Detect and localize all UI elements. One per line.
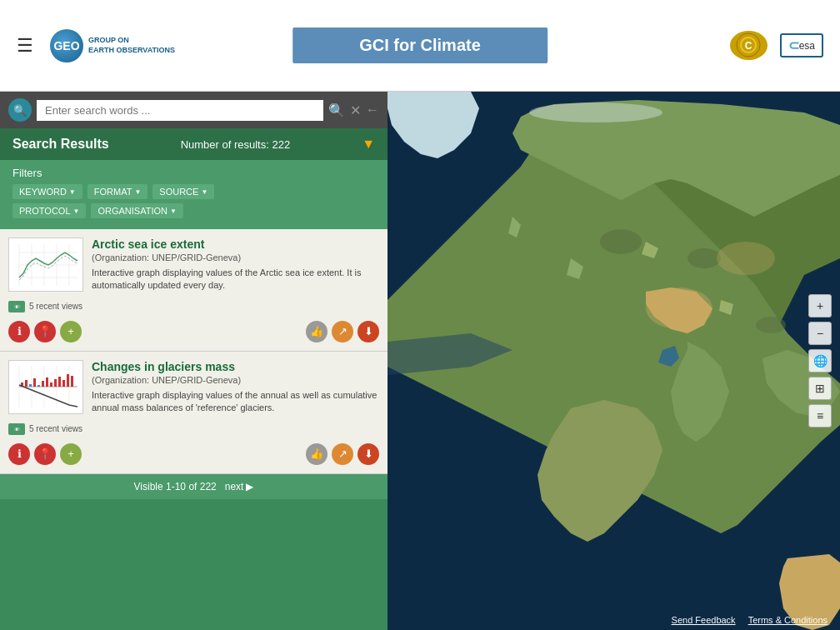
glaciers-info: Changes in glaciers mass (Organization: … (92, 360, 379, 415)
svg-rect-25 (38, 385, 40, 387)
svg-rect-29 (54, 379, 57, 387)
search-bar: 🔍 🔍 ✕ ← (0, 92, 388, 128)
result-item-glaciers: Changes in glaciers mass (Organization: … (0, 352, 388, 474)
glaciers-actions-right: 👍 ↗ ⬇ (306, 443, 379, 465)
result-item-arctic-header: Arctic sea ice extent (Organization: UNE… (8, 238, 379, 292)
glaciers-download-btn[interactable]: ⬇ (358, 443, 379, 465)
geo-logo-circle: GEO (50, 29, 83, 62)
pagination-bar: Visible 1-10 of 222 next ▶ (0, 474, 388, 499)
search-submit-icon[interactable]: 🔍 (328, 102, 345, 118)
right-logos: C ⊂ esa (730, 31, 823, 60)
filter-source[interactable]: SOURCE ▼ (152, 184, 214, 199)
results-list: Arctic sea ice extent (Organization: UNE… (0, 229, 388, 474)
glaciers-title: Changes in glaciers mass (92, 360, 379, 373)
app-title: GCI for Climate (292, 28, 548, 63)
map-background: + − 🌐 ⊞ ≡ Send Feedback Terms & Conditio… (388, 92, 840, 630)
arctic-views: 👁 5 recent views (8, 301, 379, 312)
arctic-org: (Organization: UNEP/GRID-Geneva) (92, 252, 379, 262)
send-feedback-link[interactable]: Send Feedback (672, 615, 736, 625)
svg-text:C: C (744, 40, 752, 52)
glaciers-org: (Organization: UNEP/GRID-Geneva) (92, 375, 379, 385)
layers2-btn[interactable]: ≡ (808, 404, 832, 428)
filter-keyword[interactable]: KEYWORD ▼ (12, 184, 82, 199)
results-header: Search Results Number of results: 222 ▼ (0, 128, 388, 160)
top-bar: ☰ GEO GROUP ON EARTH OBSERVATIONS GCI fo… (0, 0, 840, 92)
globe-btn[interactable]: 🌐 (808, 349, 832, 372)
arctic-info-btn[interactable]: ℹ (8, 321, 30, 342)
esa-logo: ⊂ esa (780, 33, 823, 58)
glaciers-pin-btn[interactable]: 📍 (34, 443, 56, 465)
map-area: + − 🌐 ⊞ ≡ Send Feedback Terms & Conditio… (388, 92, 840, 630)
map-controls: + − 🌐 ⊞ ≡ (808, 294, 832, 428)
geo-logo: GEO GROUP ON EARTH OBSERVATIONS (50, 29, 175, 62)
svg-point-41 (646, 288, 712, 329)
svg-rect-30 (58, 377, 61, 387)
arctic-add-btn[interactable]: + (60, 321, 82, 342)
search-input[interactable] (37, 100, 323, 121)
views-icon: 👁 (8, 301, 25, 312)
results-panel: Search Results Number of results: 222 ▼ … (0, 128, 388, 630)
svg-point-42 (717, 242, 775, 275)
world-map-svg (388, 92, 840, 630)
svg-rect-28 (50, 382, 52, 387)
svg-rect-24 (33, 378, 36, 387)
svg-rect-27 (46, 378, 48, 387)
terms-link[interactable]: Terms & Conditions (748, 615, 828, 625)
filters-title: Filters (12, 167, 375, 179)
pagination-next[interactable]: next ▶ (225, 481, 254, 492)
layers-btn[interactable]: ⊞ (808, 377, 832, 400)
search-back-icon[interactable]: ← (366, 102, 379, 118)
svg-rect-26 (42, 381, 44, 387)
svg-point-40 (756, 317, 786, 333)
left-panel: 🔍 🔍 ✕ ← Search Results Number of results… (0, 92, 388, 630)
arctic-thumbnail (8, 238, 83, 292)
glaciers-actions-left: ℹ 📍 + (8, 443, 82, 465)
arctic-share-btn[interactable]: ↗ (332, 321, 353, 342)
main-content: 🔍 🔍 ✕ ← Search Results Number of results… (0, 92, 840, 630)
glaciers-share-btn[interactable]: ↗ (332, 443, 353, 465)
results-title: Search Results (12, 137, 109, 152)
arctic-like-btn[interactable]: 👍 (306, 321, 328, 342)
glaciers-info-btn[interactable]: ℹ (8, 443, 30, 465)
arctic-actions-right: 👍 ↗ ⬇ (306, 321, 379, 342)
result-item-arctic: Arctic sea ice extent (Organization: UNE… (0, 229, 388, 352)
glacier-thumbnail (8, 360, 83, 414)
map-footer: Send Feedback Terms & Conditions (659, 610, 840, 630)
hamburger-icon[interactable]: ☰ (17, 35, 33, 57)
filter-protocol[interactable]: PROTOCOL ▼ (12, 203, 86, 218)
filter-format[interactable]: FORMAT ▼ (88, 184, 148, 199)
arctic-desc: Interactive graph displaying values of t… (92, 267, 379, 292)
arctic-views-count: 5 recent views (29, 302, 82, 311)
svg-rect-31 (62, 380, 65, 387)
svg-rect-33 (71, 376, 73, 387)
results-count: Number of results: 222 (181, 138, 291, 151)
arctic-info: Arctic sea ice extent (Organization: UNE… (92, 238, 379, 292)
zoom-in-btn[interactable]: + (808, 294, 832, 318)
svg-rect-22 (25, 380, 28, 387)
glaciers-views-count: 5 recent views (29, 424, 82, 433)
result-item-glaciers-header: Changes in glaciers mass (Organization: … (8, 360, 379, 415)
results-dropdown-icon[interactable]: ▼ (362, 137, 375, 152)
glaciers-action-row: ℹ 📍 + 👍 ↗ ⬇ (8, 443, 379, 465)
arctic-title: Arctic sea ice extent (92, 238, 379, 251)
arctic-pin-btn[interactable]: 📍 (34, 321, 56, 342)
svg-rect-23 (29, 384, 32, 387)
glacier-views-icon: 👁 (8, 423, 25, 435)
filter-organisation[interactable]: ORGANISATION ▼ (91, 203, 182, 218)
pagination-info: Visible 1-10 of 222 (134, 481, 217, 492)
search-icon: 🔍 (13, 104, 27, 117)
svg-rect-32 (67, 374, 69, 387)
zoom-out-btn[interactable]: − (808, 322, 832, 345)
filter-row-2: PROTOCOL ▼ ORGANISATION ▼ (12, 203, 375, 218)
svg-point-39 (688, 248, 721, 268)
arctic-action-row: ℹ 📍 + 👍 ↗ ⬇ (8, 321, 379, 342)
glaciers-like-btn[interactable]: 👍 (306, 443, 328, 465)
svg-text:👁: 👁 (14, 427, 20, 432)
arctic-download-btn[interactable]: ⬇ (358, 321, 379, 342)
search-clear-icon[interactable]: ✕ (350, 102, 361, 118)
glaciers-desc: Interactive graph displaying values of t… (92, 389, 379, 415)
svg-point-43 (529, 102, 662, 122)
arctic-actions-left: ℹ 📍 + (8, 321, 82, 342)
search-icon-circle: 🔍 (8, 98, 32, 122)
glaciers-add-btn[interactable]: + (60, 443, 82, 465)
